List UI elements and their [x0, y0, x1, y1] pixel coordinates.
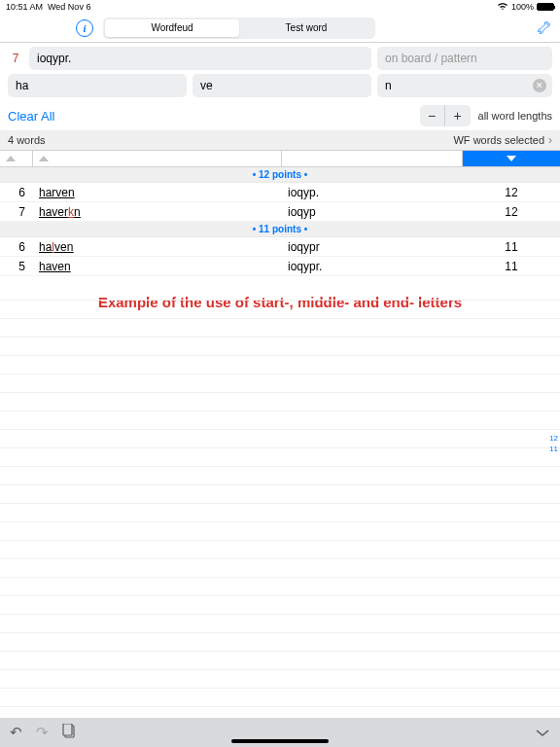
- length-label: all word lengths: [478, 110, 552, 122]
- undo-icon[interactable]: ↶: [10, 724, 22, 741]
- cell-pts: 12: [463, 205, 560, 219]
- cell-word: harven: [33, 186, 282, 199]
- status-bar: 10:51 AM Wed Nov 6 100%: [0, 0, 560, 14]
- pattern-placeholder: on board / pattern: [385, 52, 477, 65]
- chevron-right-icon: ›: [548, 133, 552, 147]
- cell-word: halven: [33, 240, 282, 254]
- clear-all-button[interactable]: Clear All: [8, 109, 54, 124]
- col-word[interactable]: [33, 151, 282, 166]
- clear-end-icon[interactable]: ✕: [533, 79, 546, 92]
- table-header: [0, 150, 560, 167]
- cell-word: haven: [33, 260, 282, 273]
- cell-len: 6: [0, 186, 33, 199]
- table-row[interactable]: 7 haverkn ioqyp 12: [0, 202, 560, 222]
- end-input-wrap[interactable]: n ✕: [377, 74, 552, 97]
- cell-len: 6: [0, 240, 33, 254]
- status-time: 10:51 AM: [6, 2, 43, 12]
- dictionary-label: WF words selected: [453, 134, 544, 146]
- stepper-plus[interactable]: +: [445, 105, 471, 126]
- battery-icon: [537, 3, 554, 11]
- wifi-icon: [497, 2, 508, 13]
- mode-segmented: Wordfeud Test word: [103, 18, 375, 39]
- cell-rest: ioqyp: [282, 205, 463, 219]
- index-mark[interactable]: 11: [549, 444, 558, 454]
- col-leftover[interactable]: [282, 151, 463, 166]
- cell-len: 7: [0, 205, 33, 219]
- clipboard-icon[interactable]: [62, 724, 76, 742]
- cell-rest: ioqyp.: [282, 186, 463, 199]
- col-length[interactable]: [0, 151, 33, 166]
- table-row[interactable]: 6 harven ioqyp. 12: [0, 183, 560, 202]
- cell-pts: 11: [463, 240, 560, 254]
- redo-icon[interactable]: ↷: [36, 724, 49, 741]
- dictionary-selector[interactable]: WF words selected ›: [453, 133, 552, 147]
- index-bar[interactable]: 12 11: [549, 433, 558, 454]
- tab-testword[interactable]: Test word: [239, 19, 373, 37]
- home-indicator: [231, 739, 329, 743]
- cell-pts: 12: [463, 186, 560, 199]
- battery-pct: 100%: [511, 2, 534, 12]
- info-icon[interactable]: i: [76, 19, 93, 37]
- rack-count: 7: [8, 47, 23, 70]
- svg-rect-1: [63, 724, 72, 735]
- cell-rest: ioqypr: [282, 240, 463, 254]
- rack-input[interactable]: [29, 47, 371, 70]
- pattern-input[interactable]: on board / pattern: [377, 47, 552, 70]
- section-header: • 12 points •: [0, 167, 560, 183]
- cell-pts: 11: [463, 260, 560, 273]
- section-header: • 11 points •: [0, 222, 560, 237]
- ruled-background: [0, 282, 560, 718]
- end-input-value: n: [385, 79, 392, 92]
- cell-word: haverkn: [33, 205, 282, 219]
- tab-wordfeud[interactable]: Wordfeud: [105, 19, 239, 37]
- cell-len: 5: [0, 260, 33, 273]
- word-count: 4 words: [8, 134, 46, 146]
- start-input[interactable]: [8, 74, 187, 97]
- chevron-down-icon[interactable]: [535, 725, 550, 741]
- stepper-minus[interactable]: −: [420, 105, 445, 126]
- cell-rest: ioqypr.: [282, 260, 463, 273]
- table-row[interactable]: 6 halven ioqypr 11: [0, 237, 560, 257]
- nav-bar: i Wordfeud Test word: [0, 14, 560, 43]
- index-mark[interactable]: 12: [549, 433, 558, 444]
- settings-icon[interactable]: [533, 19, 550, 37]
- length-stepper: − +: [420, 105, 471, 126]
- middle-input[interactable]: [192, 74, 371, 97]
- col-points[interactable]: [463, 151, 560, 166]
- table-row[interactable]: 5 haven ioqypr. 11: [0, 257, 560, 276]
- status-date: Wed Nov 6: [48, 2, 90, 12]
